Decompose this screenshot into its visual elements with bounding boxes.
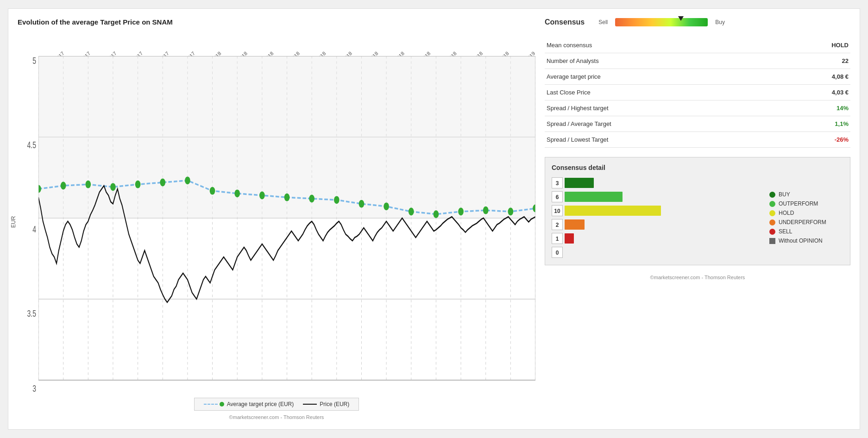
stats-row: Average target price4,08 € <box>545 69 850 85</box>
avg-dot <box>110 183 116 191</box>
consensus-detail: Consensus detail 3610210 BUYOUTPERFORMHO… <box>545 157 850 265</box>
chart-body <box>38 56 535 393</box>
consensus-bar-row: 0 <box>552 246 760 258</box>
svg-text:3.5: 3.5 <box>27 308 36 319</box>
x-axis-label: 01/08/2017 <box>70 50 91 56</box>
avg-dot <box>508 208 513 216</box>
avg-dot <box>85 181 91 188</box>
detail-footer: ©marketscreener.com - Thomson Reuters <box>545 275 850 280</box>
legend-entry: SELL <box>769 228 843 235</box>
x-axis-label: 01/04/2018 <box>279 50 301 56</box>
stats-label: Mean consensus <box>545 38 759 53</box>
x-axis-label: 01/09/2018 <box>410 50 431 56</box>
avg-dot <box>210 187 215 195</box>
legend-label: HOLD <box>779 210 794 216</box>
avg-dot <box>135 181 141 188</box>
detail-body: 3610210 BUYOUTPERFORMHOLDUNDERPERFORMSEL… <box>552 177 843 258</box>
legend-solid-line <box>303 404 317 405</box>
avg-dot <box>61 182 66 190</box>
legend-label: UNDERPERFORM <box>779 219 826 225</box>
legend-color-dot <box>769 201 775 207</box>
stats-label: Average target price <box>545 69 759 85</box>
legend-label: OUTPERFORM <box>779 200 818 207</box>
bar-count: 10 <box>552 205 563 216</box>
avg-dot <box>160 179 165 187</box>
chart-footer: ©marketscreener.com - Thomson Reuters <box>18 414 535 420</box>
stats-label: Number of Analysts <box>545 53 759 69</box>
legend-color-dot <box>769 192 775 198</box>
legend-label: SELL <box>779 228 792 235</box>
x-axis-labels: 01/06/201701/07/201701/08/201701/09/2017… <box>38 31 535 56</box>
consensus-bar-row: 3 <box>552 177 760 189</box>
legend-price: Price (EUR) <box>303 401 349 407</box>
x-axis-label: 01/09/2017 <box>96 50 117 56</box>
x-axis-label: 01/08/2018 <box>384 50 405 56</box>
stats-row: Number of Analysts22 <box>545 53 850 69</box>
consensus-arrow <box>678 16 684 21</box>
x-axis-label: 01/11/2018 <box>462 50 484 56</box>
stats-value: 4,03 € <box>759 85 850 100</box>
stats-label: Spread / Lowest Target <box>545 132 759 148</box>
x-axis-label: 01/01/2018 <box>201 50 222 56</box>
x-axis-label: 01/12/2018 <box>489 50 510 56</box>
stats-value: 1,1% <box>759 116 850 132</box>
x-axis-label: 01/10/2018 <box>436 50 458 56</box>
legend-color-dot <box>769 238 775 244</box>
svg-text:4.5: 4.5 <box>27 140 36 150</box>
avg-dot <box>309 195 314 203</box>
svg-text:3: 3 <box>32 383 36 393</box>
legend-green-dot <box>220 402 224 407</box>
svg-text:4: 4 <box>32 224 36 235</box>
stats-label: Spread / Highest target <box>545 100 759 116</box>
x-axis-label: 01/11/2017 <box>148 50 170 56</box>
bar-fill <box>565 178 594 188</box>
x-axis-label: 01/05/2018 <box>305 50 327 56</box>
x-axis-label: 01/03/2018 <box>253 50 274 56</box>
stats-section: Consensus Sell Buy Mean consensusHOLDNum… <box>545 18 850 420</box>
x-axis-svg: 01/06/201701/07/201701/08/201701/09/2017… <box>38 31 535 56</box>
x-axis-label: 01/02/2018 <box>227 50 248 56</box>
stats-table: Mean consensusHOLDNumber of Analysts22Av… <box>545 38 850 148</box>
bar-fill <box>565 192 623 202</box>
stats-row: Mean consensusHOLD <box>545 38 850 53</box>
bars-section: 3610210 <box>552 177 760 258</box>
avg-dot <box>334 196 340 204</box>
chart-row: 5 4.5 4 3.5 3 EUR <box>18 56 535 393</box>
stats-value: 22 <box>759 53 850 69</box>
consensus-detail-title: Consensus detail <box>552 164 843 171</box>
consensus-title: Consensus <box>545 18 585 26</box>
price-chart-svg <box>38 56 535 393</box>
x-axis-label: 01/12/2017 <box>175 50 196 56</box>
y-axis-label: EUR <box>10 216 17 228</box>
legend-entry: HOLD <box>769 210 843 216</box>
legend-entry: UNDERPERFORM <box>769 219 843 225</box>
consensus-bar-row: 10 <box>552 205 760 217</box>
stats-value: HOLD <box>759 38 850 53</box>
avg-dot <box>458 208 464 216</box>
bar-fill <box>565 206 661 216</box>
legend-section: BUYOUTPERFORMHOLDUNDERPERFORMSELLWithout… <box>769 177 843 258</box>
legend-color-dot <box>769 210 775 216</box>
x-axis-label: 01/10/2017 <box>122 50 144 56</box>
legend-entry: OUTPERFORM <box>769 200 843 207</box>
stats-row: Spread / Highest target14% <box>545 100 850 116</box>
legend-label: BUY <box>779 191 790 198</box>
bar-count: 3 <box>552 177 563 188</box>
avg-dot <box>434 210 439 218</box>
sell-label: Sell <box>598 19 608 25</box>
stats-row: Spread / Lowest Target-26% <box>545 132 850 148</box>
svg-text:5: 5 <box>32 56 36 66</box>
avg-dot <box>185 176 190 184</box>
avg-dot <box>234 189 240 197</box>
bar-fill <box>565 219 585 230</box>
x-axis-label: 01/07/2018 <box>358 50 379 56</box>
legend-price-label: Price (EUR) <box>320 401 349 407</box>
legend-avg-label: Average target price (EUR) <box>227 401 294 407</box>
stats-label: Spread / Average Target <box>545 116 759 132</box>
main-container: Evolution of the average Target Price on… <box>8 8 860 430</box>
legend-color-dot <box>769 219 775 225</box>
legend-label: Without OPINION <box>779 238 823 244</box>
stats-row: Last Close Price4,03 € <box>545 85 850 100</box>
chart-section: Evolution of the average Target Price on… <box>18 18 535 420</box>
avg-dot <box>259 192 265 200</box>
